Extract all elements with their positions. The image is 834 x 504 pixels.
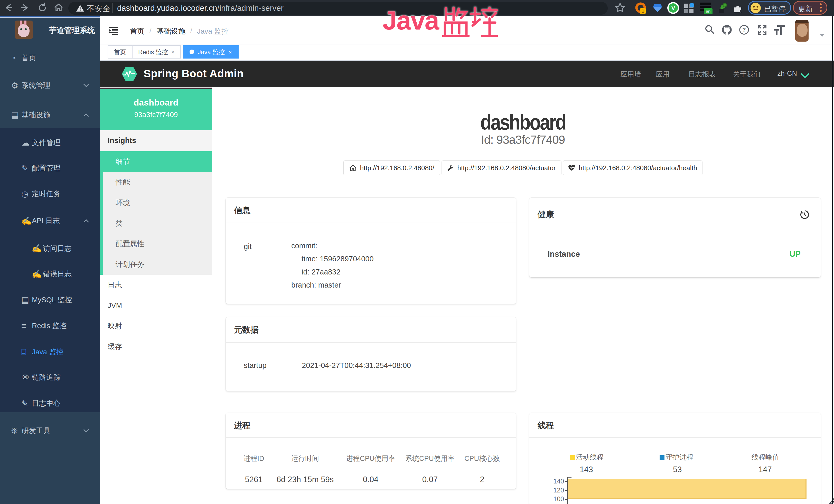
svg-text:on: on [706, 9, 710, 13]
svg-text:1: 1 [642, 9, 644, 14]
svg-text:?: ? [742, 26, 746, 33]
svg-text:V: V [672, 5, 675, 11]
